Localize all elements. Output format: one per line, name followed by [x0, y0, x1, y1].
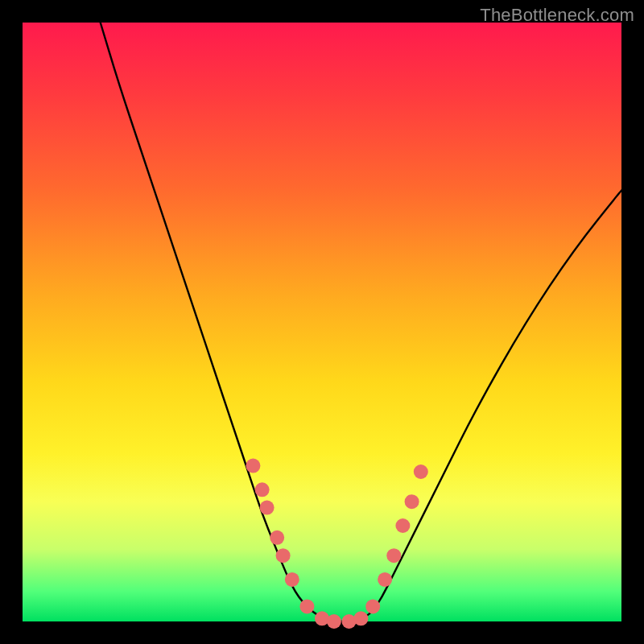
- highlight-point: [353, 611, 368, 625]
- highlight-point: [246, 459, 260, 473]
- bottleneck-curve: [101, 23, 621, 621]
- highlight-point: [270, 530, 284, 545]
- highlight-point: [395, 518, 410, 533]
- highlight-point: [299, 599, 314, 613]
- highlight-point: [414, 464, 428, 479]
- chart-svg: [23, 23, 621, 621]
- highlight-point: [276, 548, 291, 563]
- highlight-point: [255, 482, 270, 497]
- highlight-markers: [246, 459, 427, 629]
- highlight-point: [405, 494, 419, 509]
- chart-stage: TheBottleneck.com: [0, 0, 644, 644]
- highlight-point: [365, 599, 380, 613]
- highlight-point: [378, 572, 392, 587]
- highlight-point: [260, 501, 275, 515]
- highlight-point: [285, 572, 299, 587]
- highlight-point: [386, 548, 401, 563]
- highlight-point: [327, 614, 341, 629]
- chart-plot-area: [23, 23, 621, 621]
